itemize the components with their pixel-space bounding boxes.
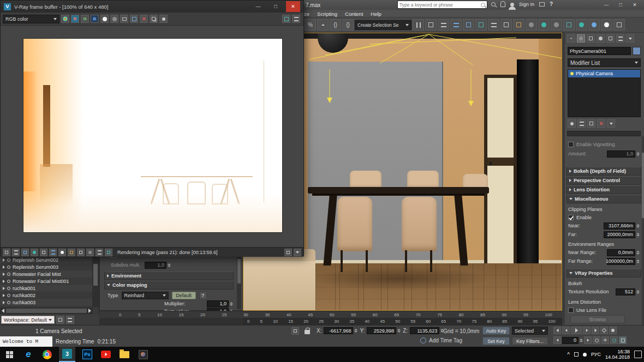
vfb-dock-icon[interactable] — [284, 249, 292, 256]
x-coordinate-field[interactable]: -6617,968 — [324, 327, 353, 334]
tab-hierarchy[interactable] — [587, 34, 595, 43]
isolate-selection-icon[interactable] — [291, 327, 299, 335]
default-button[interactable]: Default — [172, 292, 196, 299]
time-configuration-icon[interactable] — [609, 327, 617, 334]
named-selection-icon[interactable]: {} — [342, 19, 354, 31]
vfb-footer-icon[interactable] — [96, 249, 103, 256]
pan-view-icon[interactable]: ✛ — [601, 336, 609, 344]
blue-channel-icon[interactable]: B — [91, 15, 99, 23]
vfb-footer-icon[interactable] — [12, 249, 20, 256]
expand-arrow-icon[interactable] — [3, 273, 5, 276]
spinner-snap-icon[interactable] — [317, 19, 329, 31]
scroll-left-icon[interactable] — [2, 309, 4, 313]
near-field[interactable]: 3107,666m — [604, 222, 635, 230]
workspace-settings-icon[interactable] — [56, 316, 64, 324]
vfb-footer-icon[interactable] — [49, 249, 57, 256]
expand-arrow-icon[interactable] — [3, 301, 5, 304]
menu-content[interactable]: Content — [345, 11, 363, 17]
taskbar-youtube-icon[interactable] — [99, 348, 112, 361]
vfb-footer-icon[interactable] — [105, 249, 112, 256]
view-alpha-icon[interactable] — [110, 15, 118, 23]
tab-more[interactable] — [626, 34, 634, 43]
color-corrections-icon[interactable] — [61, 15, 69, 23]
named-views-icon[interactable] — [500, 19, 512, 31]
vfb-footer-icon[interactable] — [58, 249, 66, 256]
auto-key-button[interactable]: Auto Key — [482, 327, 510, 335]
tray-network-icon[interactable] — [574, 352, 579, 357]
vfb-footer-icon[interactable] — [77, 249, 85, 256]
explorer-vscrollbar[interactable] — [92, 256, 99, 307]
rendered-frame-window-icon[interactable] — [563, 19, 575, 31]
vfb-collapse-icon[interactable] — [294, 249, 301, 256]
configure-modifier-sets-icon[interactable] — [607, 119, 615, 128]
rollout-perspective[interactable]: Perspective Control — [567, 176, 641, 185]
menu-scripting[interactable]: Scripting — [317, 11, 337, 17]
help-button[interactable]: ? — [199, 292, 207, 299]
vfb-maximize-button[interactable]: □ — [269, 1, 283, 12]
play-button[interactable] — [571, 327, 582, 334]
amount-field[interactable]: 1,0 — [607, 150, 635, 158]
open-autodesk-app-icon[interactable] — [613, 19, 625, 31]
zoom-extents-icon[interactable] — [593, 336, 600, 344]
render-production-icon[interactable] — [576, 19, 587, 31]
action-center-icon[interactable] — [634, 351, 642, 358]
pin-stack-icon[interactable] — [568, 119, 576, 128]
key-filters-button[interactable]: Key Filters... — [512, 337, 548, 345]
z-coordinate-field[interactable]: 1135,623 — [410, 327, 439, 334]
menu-customize[interactable]: ze — [304, 11, 309, 17]
vfb-footer-icon[interactable] — [40, 249, 47, 256]
region-render-icon[interactable] — [282, 15, 290, 23]
material-editor-icon[interactable] — [538, 19, 550, 31]
channel-dropdown[interactable]: RGB color — [3, 15, 59, 23]
modifier-on-icon[interactable] — [570, 72, 574, 75]
tab-utilities[interactable] — [616, 34, 624, 43]
use-lens-file-checkbox[interactable] — [568, 307, 574, 313]
vfb-footer-icon[interactable] — [21, 249, 29, 256]
save-image-icon[interactable] — [130, 15, 138, 23]
dialog-scrollbar[interactable] — [237, 248, 241, 309]
selection-lock-icon[interactable] — [303, 327, 311, 335]
green-channel-icon[interactable]: G — [81, 15, 89, 23]
taskbar-3dsmax-icon[interactable]: 3 — [59, 347, 75, 362]
menu-help[interactable]: Help — [371, 11, 381, 17]
monochrome-icon[interactable] — [100, 15, 109, 23]
sign-in-link[interactable]: Sign In — [519, 2, 534, 7]
render-in-cloud-icon[interactable] — [601, 19, 612, 31]
communication-icon[interactable] — [539, 2, 545, 7]
show-end-result-icon[interactable] — [577, 119, 586, 128]
clock-time[interactable]: 16:38 — [617, 349, 630, 354]
panel-scrollbar[interactable] — [642, 136, 644, 325]
tray-expand-icon[interactable]: ^ — [567, 352, 570, 358]
track-mouse-icon[interactable] — [159, 15, 168, 23]
clock-date[interactable]: 14.04.2018 — [605, 354, 630, 360]
object-color-swatch[interactable] — [633, 47, 641, 55]
y-coordinate-field[interactable]: 2529,898 — [367, 327, 396, 334]
render-iterative-icon[interactable] — [588, 19, 600, 31]
color-mapping-type-dropdown[interactable]: Reinhard — [122, 292, 169, 299]
tab-motion[interactable] — [597, 34, 605, 43]
next-frame-button[interactable] — [583, 327, 591, 334]
make-unique-icon[interactable] — [587, 119, 595, 128]
expand-arrow-icon[interactable] — [3, 287, 5, 290]
rollout-color-mapping[interactable]: Color mapping — [104, 281, 234, 289]
workspace-layout-icon[interactable] — [66, 316, 74, 324]
list-item[interactable]: Rosewater Facial Mist001 — [0, 277, 92, 285]
language-indicator[interactable]: РУС — [591, 352, 601, 357]
list-item[interactable]: Replenish Serum003 — [0, 263, 92, 270]
array-icon[interactable] — [513, 19, 524, 31]
rollout-miscellaneous[interactable]: Miscellaneous — [567, 195, 641, 203]
expand-arrow-icon[interactable] — [3, 280, 5, 283]
list-item[interactable]: ruchka003 — [0, 299, 92, 306]
modifier-stack-item[interactable]: Physical Camera — [576, 71, 613, 76]
maximize-button[interactable]: □ — [613, 1, 628, 9]
vfb-close-button[interactable]: ✕ — [286, 1, 300, 12]
close-button[interactable]: ✕ — [628, 1, 642, 9]
scroll-right-icon[interactable] — [88, 309, 91, 313]
far-field[interactable]: 20000,0mm — [604, 231, 635, 238]
vfb-footer-icon[interactable] — [31, 249, 38, 256]
list-item[interactable]: ruchka002 — [0, 292, 92, 299]
vfb-footer-icon[interactable] — [3, 249, 10, 256]
bell-icon[interactable] — [500, 1, 505, 7]
set-key-button[interactable]: Set Key — [482, 337, 510, 345]
add-time-tag[interactable]: Add Time Tag — [429, 337, 462, 343]
